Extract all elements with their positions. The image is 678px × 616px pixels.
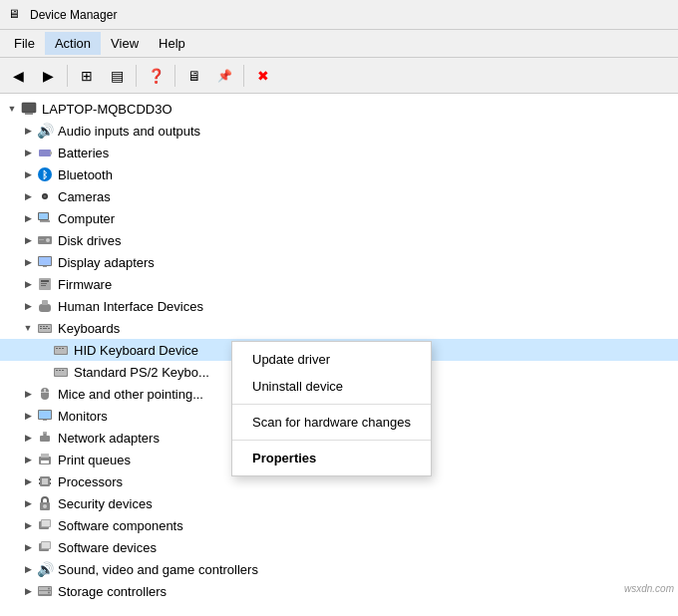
sound-chevron [20,561,36,577]
bluetooth-icon: ᛒ [36,165,54,183]
view-button[interactable]: 🖥 [180,63,208,89]
computer-icon [36,209,54,227]
root-label: LAPTOP-MQBCDD3O [42,102,172,117]
tree-item-bluetooth[interactable]: ᛒ Bluetooth [0,163,678,185]
monitors-icon [36,407,54,425]
software-devices-chevron [20,539,36,555]
svg-point-13 [46,238,50,242]
tree-item-sound[interactable]: 🔊 Sound, video and game controllers [0,558,678,580]
tree-item-security[interactable]: Security devices [0,492,678,514]
svg-rect-11 [40,220,50,222]
tree-item-cameras[interactable]: Cameras [0,185,678,207]
context-menu-separator-2 [232,440,431,441]
batteries-icon [36,144,54,161]
svg-rect-28 [46,326,48,327]
svg-rect-53 [41,461,49,463]
svg-rect-55 [42,478,48,484]
device-button[interactable]: 📌 [210,63,238,89]
context-menu-scan[interactable]: Scan for hardware changes [232,409,431,436]
security-label: Security devices [58,496,153,511]
storage-label: Storage controllers [58,584,167,599]
computer-label: Computer [58,211,115,226]
processors-label: Processors [58,474,123,489]
processors-icon [36,472,54,490]
disk-chevron [20,232,36,248]
sound-label: Sound, video and game controllers [58,562,258,577]
display-chevron [20,254,36,270]
audio-label: Audio inputs and outputs [58,124,200,139]
tree-item-display[interactable]: Display adapters [0,251,678,273]
context-menu-uninstall[interactable]: Uninstall device [232,373,431,400]
tree-item-storage[interactable]: Storage controllers [0,580,678,602]
print-icon [36,451,54,468]
tree-item-computer[interactable]: Computer [0,207,678,229]
audio-chevron [20,123,36,139]
display-icon [36,253,54,271]
tree-item-software-devices[interactable]: Software devices [0,536,678,558]
batteries-label: Batteries [58,146,109,160]
svg-rect-10 [39,213,48,219]
help-button[interactable]: ❓ [142,63,170,89]
toolbar-separator-1 [67,65,68,87]
cameras-chevron [20,188,36,204]
hid-label: Human Interface Devices [58,299,203,314]
svg-point-61 [43,504,47,508]
menu-view[interactable]: View [101,32,149,55]
disk-label: Disk drives [58,233,122,248]
tree-item-firmware[interactable]: Firmware [0,273,678,295]
svg-rect-0 [22,103,36,113]
svg-rect-14 [39,239,44,240]
svg-rect-47 [43,420,47,421]
svg-point-72 [48,592,50,594]
tree-item-audio[interactable]: 🔊 Audio inputs and outputs [0,120,678,142]
svg-rect-39 [56,370,58,371]
svg-rect-23 [42,300,48,305]
storage-chevron [20,583,36,599]
toolbar: ◀ ▶ ⊞ ▤ ❓ 🖥 📌 ✖ [0,58,678,94]
menu-help[interactable]: Help [149,32,195,55]
svg-rect-3 [50,152,52,154]
mice-chevron [20,386,36,402]
context-menu-properties[interactable]: Properties [232,445,431,471]
hid-icon [36,297,54,315]
security-chevron [20,495,36,511]
keyboards-icon [36,319,54,337]
forward-button[interactable]: ▶ [34,63,62,89]
svg-rect-50 [45,434,46,436]
tree-root[interactable]: LAPTOP-MQBCDD3O [0,98,678,120]
keyboards-chevron [20,320,36,336]
hid-chevron [20,298,36,314]
tree-item-hid[interactable]: Human Interface Devices [0,295,678,317]
svg-rect-44 [44,389,46,392]
menu-file[interactable]: File [4,32,45,55]
processors-chevron [20,473,36,489]
menu-action[interactable]: Action [45,32,101,55]
tree-item-keyboards[interactable]: Keyboards [0,317,678,339]
uninstall-button[interactable]: ✖ [249,63,277,89]
properties-button[interactable]: ⊞ [73,63,101,89]
tree-item-software-components[interactable]: Software components [0,514,678,536]
svg-rect-57 [39,482,40,484]
keyboards-label: Keyboards [58,321,120,336]
context-menu-update-driver[interactable]: Update driver [232,346,431,373]
network-label: Network adapters [58,431,160,446]
cameras-icon [36,187,54,205]
tree-item-batteries[interactable]: Batteries [0,142,678,163]
network-icon [36,429,54,447]
tree-item-disk[interactable]: Disk drives [0,229,678,251]
software-components-label: Software components [58,518,183,533]
title-bar: 🖥 Device Manager [0,0,678,30]
svg-rect-67 [42,542,50,548]
software-devices-label: Software devices [58,540,157,555]
hid-keyboard-icon [52,341,70,359]
svg-rect-30 [43,328,47,329]
svg-rect-20 [41,283,47,284]
watermark: wsxdn.com [624,583,674,594]
svg-rect-58 [50,478,51,480]
context-menu-separator-1 [232,404,431,405]
batteries-chevron [20,145,36,160]
bluetooth-label: Bluetooth [58,167,113,182]
back-button[interactable]: ◀ [4,63,32,89]
details-button[interactable]: ▤ [103,63,131,89]
network-chevron [20,430,36,446]
